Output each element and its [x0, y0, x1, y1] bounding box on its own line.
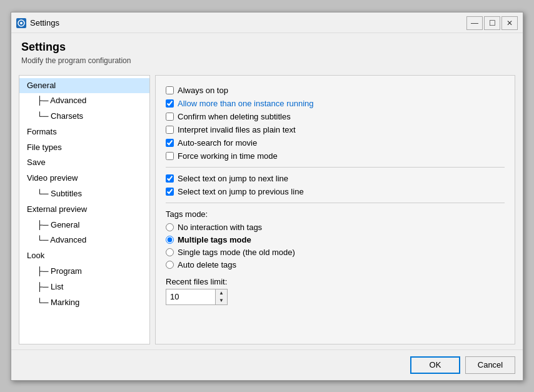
window-header: Settings Modify the program configuratio… — [11, 33, 523, 70]
sidebar-item-advanced[interactable]: ├─ Advanced — [19, 93, 149, 109]
minimize-button[interactable]: — — [466, 16, 483, 30]
checkboxes-group1: Always on topAllow more than one instanc… — [166, 86, 505, 161]
checkbox-row-allow-multiple: Allow more than one instance running — [166, 99, 505, 108]
checkbox-label-always-on-top[interactable]: Always on top — [178, 86, 228, 95]
radio-auto-delete[interactable] — [166, 261, 174, 269]
app-icon — [16, 18, 26, 28]
checkbox-label-confirm-delete[interactable]: Confirm when deleting subtitles — [178, 112, 291, 121]
checkbox-label-select-jump-prev[interactable]: Select text on jump to previous line — [178, 187, 304, 196]
radio-row-single-tags: Single tags mode (the old mode) — [166, 248, 505, 257]
checkbox-row-select-jump-prev: Select text on jump to previous line — [166, 187, 505, 196]
radio-single-tags[interactable] — [166, 248, 174, 256]
tags-mode-group: Tags mode: No interaction with tagsMulti… — [166, 209, 505, 269]
checkbox-select-jump-next[interactable] — [166, 174, 174, 183]
radio-options: No interaction with tagsMultiple tags mo… — [166, 223, 505, 269]
checkbox-allow-multiple[interactable] — [166, 99, 174, 108]
settings-window: Settings — ☐ ✕ Settings Modify the progr… — [11, 12, 523, 381]
checkbox-force-time[interactable] — [166, 152, 174, 160]
window-body: General├─ Advanced└─ CharsetsFormatsFile… — [11, 70, 523, 349]
sidebar-item-look[interactable]: Look — [19, 248, 149, 264]
checkbox-row-select-jump-next: Select text on jump to next line — [166, 174, 505, 183]
cancel-button[interactable]: Cancel — [465, 356, 515, 374]
checkbox-label-force-time[interactable]: Force working in time mode — [178, 151, 278, 161]
recent-files-input[interactable] — [166, 289, 216, 305]
divider2 — [166, 203, 505, 203]
sidebar-item-save[interactable]: Save — [19, 155, 149, 171]
checkbox-label-auto-search[interactable]: Auto-search for movie — [178, 138, 257, 148]
spinner-down-button[interactable]: ▼ — [216, 297, 227, 304]
sidebar-item-general2[interactable]: ├─ General — [19, 218, 149, 233]
sidebar-item-general[interactable]: General — [19, 78, 149, 94]
spinner-up-button[interactable]: ▲ — [216, 289, 227, 297]
sidebar-item-list[interactable]: ├─ List — [19, 279, 149, 295]
svg-point-1 — [20, 22, 23, 24]
checkbox-auto-search[interactable] — [166, 139, 174, 147]
checkbox-always-on-top[interactable] — [166, 86, 174, 94]
sidebar-item-subtitles[interactable]: └─ Subtitles — [19, 186, 149, 202]
sidebar-item-charsets[interactable]: └─ Charsets — [19, 109, 149, 124]
checkbox-row-invalid-plain: Interpret invalid files as plain text — [166, 125, 505, 134]
checkbox-row-auto-search: Auto-search for movie — [166, 138, 505, 148]
checkbox-label-invalid-plain[interactable]: Interpret invalid files as plain text — [178, 125, 296, 134]
radio-multiple-tags[interactable] — [166, 236, 174, 244]
sidebar-item-file-types[interactable]: File types — [19, 140, 149, 156]
radio-row-multiple-tags: Multiple tags mode — [166, 235, 505, 244]
window-footer: OK Cancel — [11, 349, 523, 380]
settings-sidebar: General├─ Advanced└─ CharsetsFormatsFile… — [19, 75, 150, 344]
tags-mode-title: Tags mode: — [166, 209, 505, 219]
radio-no-interaction[interactable] — [166, 223, 174, 231]
close-button[interactable]: ✕ — [501, 16, 518, 30]
checkboxes-group2: Select text on jump to next lineSelect t… — [166, 174, 505, 196]
checkbox-confirm-delete[interactable] — [166, 113, 174, 121]
checkbox-invalid-plain[interactable] — [166, 126, 174, 134]
maximize-button[interactable]: ☐ — [484, 16, 500, 30]
radio-label-single-tags[interactable]: Single tags mode (the old mode) — [178, 248, 295, 257]
recent-files-field: Recent files limit: ▲ ▼ — [166, 277, 505, 305]
radio-label-auto-delete[interactable]: Auto delete tags — [178, 260, 236, 269]
checkbox-select-jump-prev[interactable] — [166, 188, 174, 196]
checkbox-label-allow-multiple[interactable]: Allow more than one instance running — [178, 99, 314, 108]
radio-label-multiple-tags[interactable]: Multiple tags mode — [178, 235, 251, 244]
radio-label-no-interaction[interactable]: No interaction with tags — [178, 223, 262, 232]
recent-files-label: Recent files limit: — [166, 277, 505, 286]
radio-row-auto-delete: Auto delete tags — [166, 260, 505, 269]
checkbox-row-confirm-delete: Confirm when deleting subtitles — [166, 112, 505, 121]
sidebar-item-formats[interactable]: Formats — [19, 124, 149, 140]
window-controls: — ☐ ✕ — [466, 16, 518, 30]
window-title: Settings — [30, 18, 466, 28]
spinner-buttons: ▲ ▼ — [216, 289, 228, 305]
title-bar: Settings — ☐ ✕ — [11, 13, 523, 33]
content-panel: Always on topAllow more than one instanc… — [155, 75, 515, 344]
divider1 — [166, 167, 505, 168]
recent-files-spinner: ▲ ▼ — [166, 289, 228, 305]
checkbox-row-force-time: Force working in time mode — [166, 151, 505, 161]
page-subtitle: Modify the program configuration — [21, 56, 513, 65]
sidebar-item-marking[interactable]: └─ Marking — [19, 295, 149, 311]
checkbox-row-always-on-top: Always on top — [166, 86, 505, 95]
checkbox-label-select-jump-next[interactable]: Select text on jump to next line — [178, 174, 288, 183]
sidebar-item-program[interactable]: ├─ Program — [19, 264, 149, 279]
sidebar-item-advanced2[interactable]: └─ Advanced — [19, 233, 149, 248]
radio-row-no-interaction: No interaction with tags — [166, 223, 505, 232]
page-title: Settings — [21, 41, 513, 54]
ok-button[interactable]: OK — [410, 356, 460, 374]
sidebar-item-video-preview[interactable]: Video preview — [19, 171, 149, 186]
sidebar-item-external-preview[interactable]: External preview — [19, 202, 149, 218]
